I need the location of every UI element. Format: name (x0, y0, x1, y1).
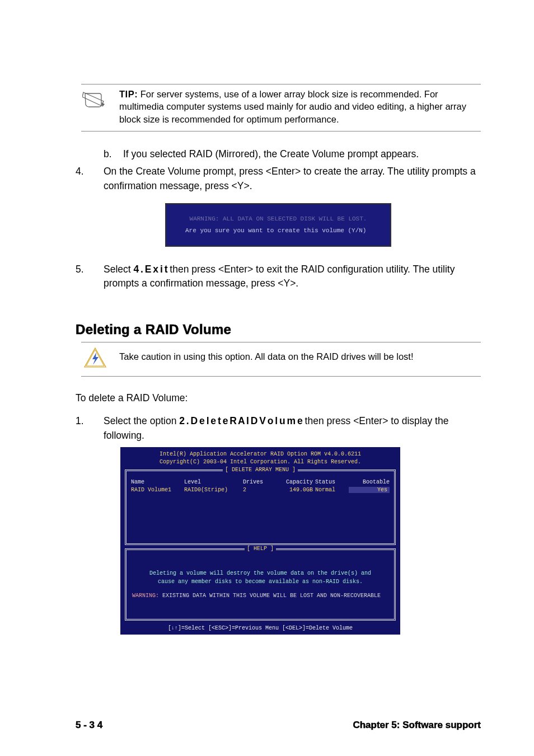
bios-screen: Intel(R) Application Accelerator RAID Op… (120, 447, 400, 635)
row-level: RAID0(Stripe) (184, 487, 243, 493)
step-1-marker: 1. (76, 414, 104, 443)
tip-body: For server systems, use of a lower array… (119, 89, 466, 124)
step-4-text: On the Create Volume prompt, press <Ente… (104, 165, 481, 193)
step-5-pre: Select (104, 264, 134, 275)
intro-text: To delete a RAID Volume: (76, 392, 481, 404)
step-4-marker: 4. (76, 165, 104, 193)
row-status: Normal (313, 487, 349, 493)
bios-table-header: Name Level Drives Capacity Status Bootab… (131, 475, 390, 486)
page-number: 5 - 3 4 (76, 720, 102, 731)
col-level: Level (184, 479, 243, 485)
bios-table-row[interactable]: RAID Volume1 RAID0(Stripe) 2 149.0GB Nor… (131, 486, 390, 493)
row-capacity: 149.0GB (274, 487, 313, 493)
bios-panel1-title: [ DELETE ARRAY MENU ] (223, 467, 298, 473)
bios-footer-keys: [↓↑]=Select [<ESC>]=Previous Menu [<DEL>… (125, 624, 396, 632)
col-bootable: Bootable (349, 479, 390, 485)
row-name: RAID Volume1 (131, 487, 184, 493)
help-line2: cause any member disks to become availab… (131, 577, 390, 586)
bios-header-line2: Copyright(C) 2003-04 Intel Corporation. … (125, 458, 396, 466)
row-bootable: Yes (349, 487, 390, 493)
warn-label: WARNING: (132, 593, 159, 599)
bios-panel2-title: [ HELP ] (245, 546, 276, 552)
row-drives: 2 (243, 487, 274, 493)
section-heading: Deleting a RAID Volume (76, 322, 481, 337)
confirm-dialog: WARNING: ALL DATA ON SELECTED DISK WILL … (165, 203, 391, 247)
col-status: Status (313, 479, 349, 485)
bios-warning: WARNING: EXISTING DATA WITHIN THIS VOLUM… (131, 589, 390, 616)
dialog-warning: WARNING: ALL DATA ON SELECTED DISK WILL … (172, 213, 385, 225)
step-5: 5. Select 4 . E x i t then press <Enter>… (76, 262, 481, 291)
bios-header: Intel(R) Application Accelerator RAID Op… (125, 450, 396, 466)
step-5-bold: 4 . E x i t (134, 264, 167, 275)
dialog-prompt: Are you sure you want to create this vol… (172, 225, 385, 237)
step-b: b. If you selected RAID (Mirrored), the … (76, 147, 481, 161)
caution-callout: Take caution in using this option. All d… (81, 342, 481, 377)
col-drives: Drives (243, 479, 274, 485)
step-1: 1. Select the option 2 . D e l e t e R A… (76, 414, 481, 443)
tip-callout: TIP: For server systems, use of a lower … (81, 84, 481, 132)
bios-header-line1: Intel(R) Application Accelerator RAID Op… (125, 450, 396, 458)
bios-help-panel: [ HELP ] Deleting a volume will destroy … (125, 548, 396, 621)
col-capacity: Capacity (274, 479, 313, 485)
step-1-pre: Select the option (104, 415, 179, 426)
pencil-note-icon (81, 88, 109, 111)
step-b-text: If you selected RAID (Mirrored), the Cre… (123, 147, 419, 161)
step-1-text: Select the option 2 . D e l e t e R A I … (104, 414, 481, 443)
step-5-text: Select 4 . E x i t then press <Enter> to… (104, 262, 481, 291)
bios-delete-panel: [ DELETE ARRAY MENU ] Name Level Drives … (125, 469, 396, 545)
bios-help-text: Deleting a volume will destroy the volum… (131, 553, 390, 589)
chapter-title: Chapter 5: Software support (353, 720, 481, 731)
col-name: Name (131, 479, 184, 485)
step-b-marker: b. (104, 147, 123, 161)
page-footer: 5 - 3 4 Chapter 5: Software support (76, 720, 481, 731)
step-4: 4. On the Create Volume prompt, press <E… (76, 165, 481, 193)
warn-text: EXISTING DATA WITHIN THIS VOLUME WILL BE… (159, 593, 381, 599)
tip-label: TIP: (119, 89, 138, 99)
help-line1: Deleting a volume will destroy the volum… (131, 569, 390, 577)
lightning-warning-icon (81, 346, 109, 370)
step-1-bold: 2 . D e l e t e R A I D V o l u m e (179, 415, 302, 426)
tip-text: TIP: For server systems, use of a lower … (119, 88, 481, 125)
step-5-marker: 5. (76, 262, 104, 291)
caution-text: Take caution in using this option. All d… (119, 346, 414, 363)
